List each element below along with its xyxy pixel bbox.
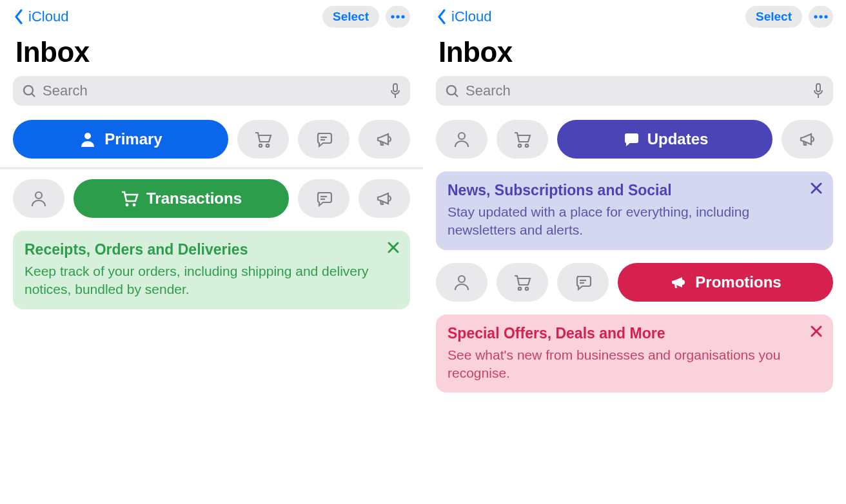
cart-icon: [513, 130, 531, 148]
banner-title: Special Offers, Deals and More: [448, 325, 821, 342]
divider: [0, 168, 423, 170]
tab-primary-mini[interactable]: [13, 179, 64, 218]
close-button[interactable]: [386, 240, 401, 255]
navbar: iCloud Select: [436, 0, 833, 30]
tab-promotions-mini[interactable]: [359, 120, 410, 159]
category-row-promotions: Promotions: [436, 263, 833, 302]
tab-primary[interactable]: Primary: [13, 120, 228, 159]
close-button[interactable]: [809, 180, 824, 196]
page-title: Inbox: [15, 36, 410, 68]
megaphone-icon: [375, 130, 393, 148]
banner-body: Keep track of your orders, including shi…: [25, 262, 398, 299]
tab-transactions-mini[interactable]: [237, 120, 289, 159]
ellipsis-icon: [391, 14, 405, 19]
chevron-left-icon: [436, 8, 448, 26]
tab-primary-mini[interactable]: [436, 263, 487, 302]
tab-transactions-label: Transactions: [146, 189, 242, 208]
search-input[interactable]: Search: [13, 76, 410, 106]
megaphone-icon: [375, 189, 393, 208]
select-label: Select: [333, 10, 369, 24]
tab-primary-label: Primary: [104, 130, 162, 148]
person-icon: [453, 273, 471, 291]
select-button[interactable]: Select: [745, 6, 802, 28]
chevron-left-icon: [13, 8, 25, 26]
navbar: iCloud Select: [13, 0, 410, 30]
page-title: Inbox: [438, 36, 833, 68]
tab-updates-mini[interactable]: [298, 120, 349, 159]
banner-body: See what's new from businesses and organ…: [448, 346, 821, 383]
pane-right: iCloud Select Inbox Search Updat: [423, 0, 846, 504]
tab-transactions-mini[interactable]: [497, 263, 548, 302]
tab-primary-mini[interactable]: [436, 120, 487, 159]
person-icon: [30, 189, 48, 208]
tab-promotions[interactable]: Promotions: [618, 263, 833, 302]
cart-icon: [513, 273, 531, 291]
search-icon: [445, 84, 459, 98]
chat-icon: [315, 189, 333, 208]
megaphone-icon: [798, 130, 816, 148]
search-input[interactable]: Search: [436, 76, 833, 106]
tab-updates-mini[interactable]: [557, 263, 609, 302]
tab-transactions-mini[interactable]: [497, 120, 548, 159]
close-icon: [386, 240, 401, 255]
pane-left: iCloud Select Inbox Search Primary: [0, 0, 423, 504]
tab-updates-mini[interactable]: [298, 179, 349, 218]
search-icon: [22, 84, 36, 98]
cart-icon: [254, 130, 272, 148]
chat-icon: [622, 130, 640, 148]
more-button[interactable]: [809, 6, 833, 28]
search-placeholder: Search: [466, 82, 812, 99]
banner-updates: News, Subscriptions and Social Stay upda…: [436, 171, 833, 250]
category-row-primary: Primary: [13, 120, 410, 159]
banner-title: Receipts, Orders and Deliveries: [25, 241, 398, 258]
person-icon: [453, 130, 471, 148]
ellipsis-icon: [814, 14, 828, 19]
person-icon: [79, 130, 97, 148]
more-button[interactable]: [386, 6, 410, 28]
tab-updates-label: Updates: [647, 130, 709, 148]
tab-updates[interactable]: Updates: [557, 120, 772, 159]
mic-icon[interactable]: [389, 82, 401, 99]
close-icon: [809, 180, 824, 196]
banner-title: News, Subscriptions and Social: [448, 182, 821, 199]
banner-body: Stay updated with a place for everything…: [448, 203, 821, 240]
tab-promotions-label: Promotions: [695, 273, 781, 291]
back-label: iCloud: [28, 8, 68, 25]
search-placeholder: Search: [43, 82, 389, 99]
cart-icon: [121, 189, 139, 208]
tab-promotions-mini[interactable]: [782, 120, 833, 159]
chat-icon: [574, 273, 592, 291]
megaphone-icon: [669, 273, 687, 291]
chat-icon: [315, 130, 333, 148]
banner-promotions: Special Offers, Deals and More See what'…: [436, 315, 833, 393]
tab-transactions[interactable]: Transactions: [74, 179, 289, 218]
close-icon: [809, 324, 824, 339]
mic-icon[interactable]: [812, 82, 824, 99]
tab-promotions-mini[interactable]: [359, 179, 410, 218]
back-button[interactable]: iCloud: [436, 8, 491, 26]
category-row-updates: Updates: [436, 120, 833, 159]
back-button[interactable]: iCloud: [13, 8, 68, 26]
banner-transactions: Receipts, Orders and Deliveries Keep tra…: [13, 231, 410, 309]
category-row-transactions: Transactions: [13, 179, 410, 218]
select-label: Select: [756, 10, 792, 24]
select-button[interactable]: Select: [322, 6, 379, 28]
back-label: iCloud: [451, 8, 491, 25]
close-button[interactable]: [809, 324, 824, 339]
